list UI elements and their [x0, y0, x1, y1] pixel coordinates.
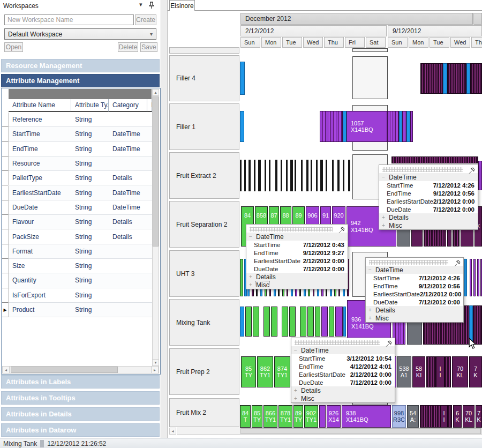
- task-bar-green[interactable]: [271, 307, 277, 337]
- tooltip-section-misc[interactable]: +Misc: [246, 281, 348, 289]
- pin-icon[interactable]: [149, 2, 154, 11]
- table-row-cell[interactable]: String: [71, 142, 109, 156]
- accordion-attributes-in-details[interactable]: Attributes in Details: [1, 407, 160, 421]
- task-bar-blue[interactable]: [240, 62, 245, 95]
- tooltip-section-misc[interactable]: +Misc: [291, 394, 395, 402]
- resource-row-label[interactable]: Fruit Extract 2: [169, 152, 239, 199]
- task-cluster-dark-striped[interactable]: [445, 356, 451, 387]
- task-bar-green[interactable]: 89TY: [293, 405, 303, 428]
- resource-row-label[interactable]: Filler 4: [169, 55, 239, 101]
- task-bar-black[interactable]: [248, 160, 251, 191]
- task-bar-black[interactable]: [343, 160, 344, 191]
- table-row-cell[interactable]: Reference: [9, 113, 71, 127]
- tooltip-section-details[interactable]: +Details: [379, 213, 478, 221]
- task-bar-green[interactable]: [263, 307, 270, 337]
- table-row-cell[interactable]: StartTime: [9, 127, 71, 141]
- task-bar-dark-purple[interactable]: 70KL: [463, 405, 475, 428]
- tooltip-section-datetime[interactable]: −DateTime: [291, 346, 395, 354]
- task-bar-black[interactable]: [254, 160, 255, 191]
- expand-icon[interactable]: +: [294, 395, 299, 401]
- gantt-hscroll-thumb[interactable]: [240, 428, 481, 434]
- table-row-cell[interactable]: String: [71, 303, 109, 317]
- table-row-cell[interactable]: String: [71, 113, 109, 127]
- table-row-cell[interactable]: IsForExport: [9, 288, 71, 303]
- task-cluster-dark-striped[interactable]: [391, 156, 478, 163]
- task-bar-purple[interactable]: 938X141BQ: [342, 405, 391, 428]
- table-row-cell[interactable]: [109, 288, 147, 303]
- task-bar-dark-purple[interactable]: 7K: [469, 356, 482, 387]
- pin-icon[interactable]: [385, 340, 392, 349]
- resource-row-label[interactable]: UHT 3: [169, 250, 239, 297]
- task-bar-black[interactable]: [337, 160, 340, 191]
- task-bar-black[interactable]: [269, 160, 270, 191]
- table-row-cell[interactable]: String: [71, 288, 109, 303]
- task-bar-black[interactable]: [311, 160, 312, 191]
- table-row-cell[interactable]: [147, 273, 152, 288]
- tooltip-grip-handle[interactable]: [295, 340, 380, 345]
- task-bar-purple[interactable]: [473, 259, 476, 296]
- table-row-cell[interactable]: [147, 171, 152, 185]
- table-row-cell[interactable]: Size: [9, 259, 71, 273]
- task-bar-green[interactable]: [289, 307, 296, 337]
- caret-down-icon[interactable]: ▾: [139, 1, 142, 8]
- table-row-cell[interactable]: [147, 244, 152, 259]
- task-bar-dark-purple[interactable]: 58KI: [412, 356, 425, 387]
- accordion-attributes-in-labels[interactable]: Attributes in Labels: [1, 375, 160, 389]
- task-bar-black[interactable]: [258, 160, 261, 191]
- pin-icon[interactable]: [338, 227, 345, 235]
- accordion-resource-management[interactable]: Resource Management: [1, 59, 160, 72]
- save-button[interactable]: Save: [140, 42, 157, 52]
- expand-icon[interactable]: +: [294, 387, 299, 393]
- task-bar-black[interactable]: [306, 160, 308, 191]
- task-bar-blue[interactable]: [466, 63, 470, 94]
- expand-icon[interactable]: +: [382, 222, 387, 228]
- table-row-cell[interactable]: String: [71, 171, 109, 185]
- table-row-cell[interactable]: Details: [109, 171, 147, 185]
- table-row-cell[interactable]: DateTime: [109, 127, 147, 141]
- task-cluster-dark-striped[interactable]: [448, 405, 452, 428]
- accordion-attribute-management[interactable]: Attribute Management: [1, 74, 160, 87]
- task-bar-green[interactable]: 85TY: [241, 356, 256, 387]
- task-cluster-dark-striped[interactable]: [447, 63, 466, 94]
- task-bar-green[interactable]: [329, 307, 334, 337]
- table-row-cell[interactable]: String: [71, 273, 109, 288]
- collapse-icon[interactable]: −: [249, 234, 254, 240]
- expand-icon[interactable]: +: [382, 214, 387, 220]
- tooltip-section-datetime[interactable]: −DateTime: [366, 266, 463, 274]
- task-bar-purple[interactable]: 1057X141BQ: [347, 111, 387, 142]
- tooltip-section-details[interactable]: +Details: [291, 386, 395, 394]
- tooltip-grip-handle[interactable]: [250, 227, 333, 232]
- table-row-cell[interactable]: [147, 142, 152, 156]
- table-row-cell[interactable]: DateTime: [109, 186, 147, 200]
- table-row-cell[interactable]: Details: [109, 215, 147, 229]
- table-row-cell[interactable]: PalletType: [9, 171, 71, 185]
- tooltip-grip-handle[interactable]: [369, 260, 448, 265]
- task-bar-green[interactable]: [282, 307, 288, 337]
- expand-icon[interactable]: +: [249, 282, 254, 288]
- table-row-cell[interactable]: [147, 303, 152, 317]
- task-bar-green[interactable]: 874TY1: [274, 356, 290, 387]
- task-bar-lavender[interactable]: 998R3C: [392, 405, 406, 428]
- collapse-icon[interactable]: −: [382, 174, 387, 180]
- table-row-cell[interactable]: [147, 229, 152, 244]
- task-cluster-purple-striped[interactable]: [402, 111, 406, 142]
- table-row-cell[interactable]: [147, 156, 152, 171]
- table-row-cell[interactable]: [147, 127, 152, 141]
- task-bar-dark-purple[interactable]: 6K: [453, 405, 462, 428]
- table-row-cell[interactable]: [147, 186, 152, 200]
- table-hscroll-thumb[interactable]: [11, 367, 118, 373]
- task-bar-dark-purple[interactable]: 7K: [476, 405, 482, 428]
- task-cluster-purple-striped[interactable]: [387, 111, 399, 142]
- tooltip-section-datetime[interactable]: −DateTime: [246, 233, 348, 241]
- tooltip-grip-handle[interactable]: [382, 167, 463, 172]
- task-bar-purple[interactable]: [477, 259, 479, 296]
- task-cluster-dark-striped[interactable]: [470, 63, 482, 94]
- table-row-cell[interactable]: [147, 215, 152, 229]
- task-bar-blue[interactable]: [343, 307, 346, 337]
- task-bar-green[interactable]: [240, 259, 243, 296]
- tooltip-section-datetime[interactable]: −DateTime: [379, 173, 478, 181]
- task-bar-dark-purple[interactable]: II: [436, 356, 445, 387]
- table-row-cell[interactable]: Resource: [9, 156, 71, 171]
- tooltip-section-misc[interactable]: +Misc: [366, 314, 463, 322]
- table-row-cell[interactable]: Flavour: [9, 215, 71, 229]
